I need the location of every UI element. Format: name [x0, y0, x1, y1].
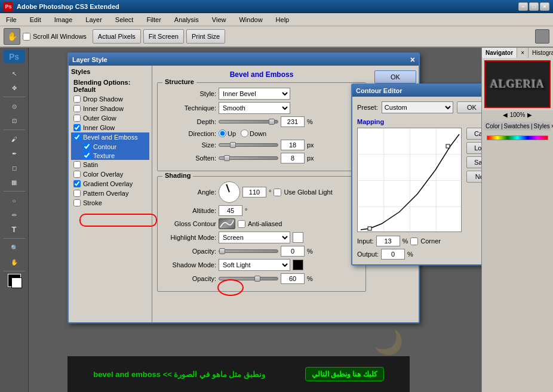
stroke-checkbox[interactable] [73, 199, 81, 206]
contour-new-button[interactable]: New... [466, 171, 481, 183]
actual-pixels-button[interactable]: Actual Pixels [93, 29, 141, 44]
shadow-mode-select[interactable]: Soft Light [219, 259, 290, 271]
fit-screen-button[interactable]: Fit Screen [143, 29, 184, 44]
menu-filter[interactable]: Filter [143, 15, 164, 24]
color-spectrum[interactable] [487, 135, 548, 140]
preset-select[interactable]: Custom [382, 101, 453, 113]
color-overlay-checkbox[interactable] [73, 171, 81, 178]
tool-brush[interactable]: 🖌 [4, 132, 25, 146]
extra-tool[interactable] [535, 29, 549, 44]
drop-shadow-checkbox[interactable] [73, 95, 81, 103]
contour-ok-button[interactable]: OK [457, 101, 481, 113]
texture-checkbox[interactable] [83, 152, 91, 159]
minimize-button[interactable]: − [518, 2, 528, 11]
opacity2-thumb[interactable] [254, 276, 260, 282]
tool-select[interactable]: ↖ [4, 67, 25, 80]
menu-analysis[interactable]: Analysis [171, 15, 202, 24]
inner-glow-item[interactable]: Inner Glow [71, 123, 149, 132]
down-radio-label[interactable]: Down [241, 129, 266, 137]
scroll-all-windows-checkbox[interactable] [23, 33, 30, 41]
up-radio-label[interactable]: Up [219, 129, 236, 137]
tool-crop[interactable]: ⊡ [4, 114, 25, 127]
blending-options-item[interactable]: Blending Options: Default [71, 78, 149, 94]
tool-clone[interactable]: ✒ [4, 147, 25, 160]
tool-hand[interactable]: ✋ [4, 255, 25, 268]
menu-file[interactable]: File [2, 15, 20, 24]
size-input[interactable] [281, 140, 305, 150]
zoom-out-icon[interactable]: ◀ [503, 112, 508, 118]
foreground-color[interactable] [8, 274, 21, 287]
bevel-emboss-checkbox[interactable] [73, 134, 81, 141]
tab-navigator[interactable]: Navigator [482, 48, 517, 58]
altitude-input[interactable] [219, 205, 242, 216]
soften-slider[interactable] [219, 156, 278, 160]
print-size-button[interactable]: Print Size [186, 29, 225, 44]
angle-dial[interactable] [219, 181, 240, 203]
satin-checkbox[interactable] [73, 161, 81, 168]
corner-checkbox[interactable] [410, 237, 418, 245]
menu-image[interactable]: Image [51, 15, 76, 24]
drop-shadow-item[interactable]: Drop Shadow [71, 94, 149, 104]
technique-select[interactable]: Smooth [219, 102, 290, 114]
use-global-light-checkbox[interactable] [274, 189, 281, 196]
menu-select[interactable]: Select [112, 15, 137, 24]
contour-checkbox[interactable] [83, 143, 91, 150]
menu-help[interactable]: Help [272, 15, 293, 24]
maximize-button[interactable]: □ [529, 2, 539, 11]
gradient-overlay-checkbox[interactable] [73, 180, 81, 187]
tab-styles[interactable]: Styles [533, 123, 549, 129]
bevel-emboss-item[interactable]: Bevel and Emboss [71, 132, 149, 142]
size-slider[interactable] [219, 143, 278, 147]
menu-edit[interactable]: Edit [26, 15, 45, 24]
soften-thumb[interactable] [224, 155, 230, 161]
outer-glow-checkbox[interactable] [73, 115, 81, 122]
soften-input[interactable] [281, 153, 305, 163]
size-thumb[interactable] [230, 142, 236, 148]
depth-slider[interactable] [219, 120, 278, 124]
opacity2-input[interactable] [281, 273, 305, 284]
tool-path[interactable]: ✏ [4, 208, 25, 221]
gradient-overlay-item[interactable]: Gradient Overlay [71, 179, 149, 189]
tab-swatches[interactable]: Swatches [504, 123, 530, 129]
down-radio[interactable] [241, 129, 248, 137]
highlight-color-swatch[interactable] [293, 232, 303, 243]
depth-thumb[interactable] [269, 119, 275, 125]
satin-item[interactable]: Satin [71, 160, 149, 169]
tab-color[interactable]: Color [486, 123, 500, 129]
inner-shadow-item[interactable]: Inner Shadow [71, 104, 149, 113]
zoom-in-icon[interactable]: ▶ [527, 112, 532, 118]
inner-glow-checkbox[interactable] [73, 124, 81, 131]
layer-style-close[interactable]: × [410, 55, 415, 64]
up-radio[interactable] [219, 129, 226, 137]
opacity1-thumb[interactable] [219, 248, 225, 254]
tool-zoom[interactable]: 🔍 [4, 241, 25, 254]
anti-aliased-label[interactable]: Anti-aliased [238, 220, 282, 228]
opacity2-slider[interactable] [219, 277, 278, 280]
use-global-light-label[interactable]: Use Global Light [274, 189, 332, 196]
opacity1-input[interactable] [281, 246, 305, 257]
tool-dodge[interactable]: ○ [4, 194, 25, 207]
ok-button[interactable]: OK [374, 70, 416, 84]
depth-input[interactable] [281, 116, 305, 127]
close-button[interactable]: × [540, 2, 549, 11]
contour-load-button[interactable]: Load... [466, 142, 481, 154]
menu-view[interactable]: View [208, 15, 230, 24]
pattern-overlay-checkbox[interactable] [73, 190, 81, 197]
gloss-contour-button[interactable] [219, 218, 235, 229]
tab-histogram[interactable]: Histogram [529, 48, 553, 58]
opacity1-slider[interactable] [219, 249, 278, 253]
input-value[interactable] [376, 236, 400, 246]
style-select[interactable]: Inner Bevel [219, 88, 290, 100]
tool-lasso[interactable]: ⊙ [4, 100, 25, 113]
texture-item[interactable]: Texture [71, 151, 149, 160]
color-overlay-item[interactable]: Color Overlay [71, 169, 149, 179]
menu-layer[interactable]: Layer [82, 15, 106, 24]
shadow-color-swatch[interactable] [293, 260, 303, 270]
highlight-mode-select[interactable]: Screen [219, 232, 290, 243]
tool-eraser[interactable]: ◻ [4, 161, 25, 174]
pattern-overlay-item[interactable]: Pattern Overlay [71, 189, 149, 198]
tool-move[interactable]: ✥ [4, 81, 25, 94]
contour-canvas[interactable] [357, 128, 462, 232]
hand-tool[interactable]: ✋ [4, 28, 20, 45]
menu-window[interactable]: Window [235, 15, 266, 24]
